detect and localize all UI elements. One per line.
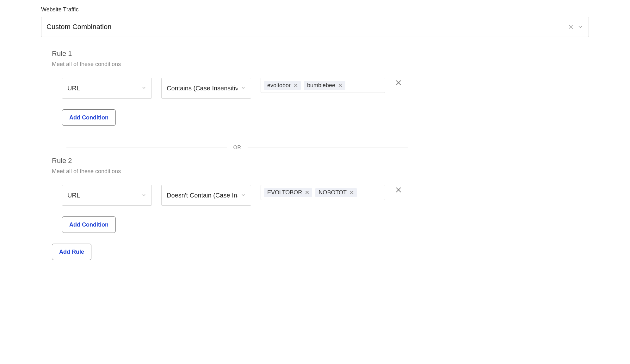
add-condition-button[interactable]: Add Condition <box>62 109 116 126</box>
rule-title: Rule 1 <box>52 50 589 58</box>
value-tags-input[interactable]: evoltobor bumblebee <box>261 78 385 93</box>
tag: bumblebee <box>304 81 345 90</box>
combination-select-value: Custom Combination <box>46 23 111 31</box>
divider-line <box>66 148 227 148</box>
rule-block: Rule 1 Meet all of these conditions URL … <box>52 50 589 126</box>
tag: NOBOTOT <box>315 188 357 197</box>
remove-tag-icon[interactable] <box>349 190 354 195</box>
remove-tag-icon[interactable] <box>305 190 310 195</box>
operator-select-value: Doesn't Contain (Case Insensitive) <box>167 192 238 199</box>
or-label: OR <box>233 145 241 150</box>
remove-tag-icon[interactable] <box>293 83 298 88</box>
operator-select[interactable]: Contains (Case Insensitive) <box>161 78 251 99</box>
condition-row: URL Doesn't Contain (Case Insensitive) E… <box>52 185 589 206</box>
chevron-down-icon <box>241 192 246 199</box>
chevron-down-icon <box>241 85 246 92</box>
section-label: Website Traffic <box>41 6 589 13</box>
field-select[interactable]: URL <box>62 185 152 206</box>
rule-block: Rule 2 Meet all of these conditions URL … <box>52 157 589 233</box>
field-select[interactable]: URL <box>62 78 152 99</box>
condition-row: URL Contains (Case Insensitive) evoltobo… <box>52 78 589 99</box>
clear-icon[interactable] <box>568 24 574 30</box>
tag-label: NOBOTOT <box>318 189 347 196</box>
chevron-down-icon <box>141 85 146 92</box>
rule-subtitle: Meet all of these conditions <box>52 61 589 68</box>
field-select-value: URL <box>67 85 138 92</box>
divider-line <box>248 148 408 148</box>
combination-select[interactable]: Custom Combination <box>41 17 589 37</box>
remove-condition-icon[interactable] <box>395 79 402 88</box>
operator-select-value: Contains (Case Insensitive) <box>167 85 238 92</box>
remove-condition-icon[interactable] <box>395 186 402 195</box>
tag-label: bumblebee <box>307 82 335 89</box>
tag: EVOLTOBOR <box>264 188 312 197</box>
add-rule-button[interactable]: Add Rule <box>52 244 91 260</box>
chevron-down-icon <box>141 192 146 199</box>
remove-tag-icon[interactable] <box>338 83 343 88</box>
tag-label: evoltobor <box>267 82 291 89</box>
operator-select[interactable]: Doesn't Contain (Case Insensitive) <box>161 185 251 206</box>
add-condition-button[interactable]: Add Condition <box>62 216 116 233</box>
or-divider: OR <box>66 145 408 150</box>
chevron-down-icon[interactable] <box>577 24 584 30</box>
rule-subtitle: Meet all of these conditions <box>52 168 589 175</box>
rule-title: Rule 2 <box>52 157 589 165</box>
value-tags-input[interactable]: EVOLTOBOR NOBOTOT <box>261 185 385 200</box>
field-select-value: URL <box>67 192 138 199</box>
tag: evoltobor <box>264 81 301 90</box>
tag-label: EVOLTOBOR <box>267 189 302 196</box>
